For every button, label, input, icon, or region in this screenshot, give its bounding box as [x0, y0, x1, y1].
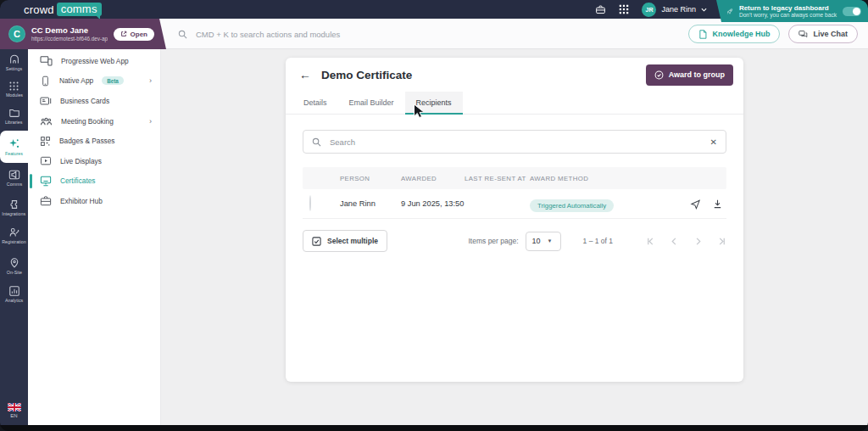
user-name: Jane Rinn: [661, 5, 696, 14]
sidebar-item-exhibitor-hub[interactable]: Exhibitor Hub: [28, 191, 160, 211]
previous-page-icon[interactable]: [670, 237, 679, 246]
briefcase-icon[interactable]: [594, 3, 606, 15]
live-chat-button[interactable]: Live Chat: [788, 25, 858, 43]
sidebar-item-meeting-booking[interactable]: Meeting Booking ›: [28, 111, 160, 132]
tab-details[interactable]: Details: [292, 92, 338, 114]
open-app-button[interactable]: Open: [114, 28, 154, 41]
crowdcomms-logo: crowd comms: [24, 3, 102, 16]
legacy-dashboard-banner[interactable]: Return to legacy dashboard Don't worry, …: [716, 0, 868, 22]
document-icon: [698, 30, 707, 39]
user-menu[interactable]: JR Jane Rinn: [642, 3, 707, 17]
pagination-range: 1 – 1 of 1: [583, 237, 613, 245]
modules-icon: [8, 81, 19, 92]
certificate-card: ← Demo Certificate Award to group Detail…: [286, 58, 743, 382]
analytics-icon: [8, 285, 20, 297]
chevron-down-icon: [701, 8, 707, 12]
features-sidebar: Progressive Web App Native App Beta › Bu…: [28, 49, 161, 425]
primary-nav-rail: Settings Modules Libraries Features Comm…: [0, 49, 28, 425]
sparkles-icon: [8, 137, 20, 150]
legacy-toggle[interactable]: [843, 7, 861, 16]
settings-icon: [8, 53, 20, 65]
registration-icon: [8, 227, 20, 238]
phone-icon: [40, 76, 51, 87]
rail-item-features[interactable]: Features: [0, 131, 28, 163]
next-page-icon[interactable]: [693, 237, 703, 246]
column-award-method: AWARD METHOD: [530, 175, 681, 182]
page-title: Demo Certificate: [321, 69, 412, 81]
external-link-icon: [120, 31, 127, 37]
megaphone-icon: [8, 169, 20, 181]
table-header-row: PERSON AWARDED LAST RE-SENT AT AWARD MET…: [303, 167, 726, 189]
briefcase-icon: [40, 195, 52, 206]
chevron-right-icon: ›: [149, 117, 152, 126]
sidebar-item-native-app[interactable]: Native App Beta ›: [28, 71, 160, 92]
recipient-avatar: [309, 195, 311, 211]
search-icon: [312, 137, 321, 147]
search-icon: [178, 30, 187, 39]
tab-bar: Details Email Builder Recipients: [286, 92, 743, 115]
award-to-group-button[interactable]: Award to group: [646, 64, 733, 86]
clear-search-icon[interactable]: ✕: [710, 137, 717, 147]
knowledge-hub-button[interactable]: Knowledge Hub: [688, 25, 780, 43]
pagination: Items per page: 10 ▼ 1 – 1 of 1: [468, 232, 726, 251]
checkbox-icon: [312, 237, 321, 246]
banner-title: Return to legacy dashboard: [739, 4, 837, 12]
folder-icon: [8, 107, 20, 119]
app-window: crowd comms JR Jane Rinn Return to legac…: [0, 0, 868, 431]
last-page-icon[interactable]: [717, 237, 726, 246]
apps-grid-icon[interactable]: [618, 3, 630, 15]
rail-item-registration[interactable]: Registration: [0, 222, 28, 249]
tab-recipients[interactable]: Recipients: [405, 92, 463, 114]
people-icon: [40, 116, 53, 126]
rail-item-analytics[interactable]: Analytics: [0, 281, 28, 307]
rail-item-settings[interactable]: Settings: [0, 49, 28, 76]
global-search-input[interactable]: [194, 29, 533, 40]
sidebar-item-live-displays[interactable]: Live Displays: [28, 151, 160, 171]
tab-email-builder[interactable]: Email Builder: [338, 92, 405, 114]
app-logo: C: [8, 25, 25, 42]
download-icon[interactable]: [712, 199, 723, 210]
sidebar-item-badges-passes[interactable]: Badges & Passes: [28, 131, 160, 151]
chevron-right-icon: ›: [149, 76, 152, 85]
uk-flag-icon: [8, 403, 21, 411]
banner-subtitle: Don't worry, you can always come back: [739, 12, 837, 19]
language-switcher[interactable]: EN: [0, 403, 28, 418]
rail-item-comms[interactable]: Comms: [0, 165, 28, 191]
global-search: [178, 19, 602, 49]
first-page-icon[interactable]: [646, 237, 655, 246]
table-row[interactable]: Jane Rinn 9 Jun 2025, 13:50 Triggered Au…: [303, 189, 726, 219]
avatar: JR: [642, 3, 656, 17]
recipient-name: Jane Rinn: [340, 199, 401, 208]
recipients-table: PERSON AWARDED LAST RE-SENT AT AWARD MET…: [303, 167, 726, 252]
devices-icon: [40, 55, 53, 66]
certificate-monitor-icon: [40, 176, 52, 187]
items-per-page-label: Items per page:: [468, 237, 518, 245]
rail-item-integrations[interactable]: Integrations: [0, 194, 28, 221]
window-bottom-edge: [0, 425, 868, 431]
back-arrow-icon[interactable]: ←: [299, 69, 311, 81]
app-name: CC Demo Jane: [31, 25, 108, 36]
location-pin-icon: [8, 257, 20, 269]
main-content-area: ← Demo Certificate Award to group Detail…: [161, 49, 868, 425]
select-multiple-button[interactable]: Select multiple: [303, 230, 387, 252]
live-display-icon: [40, 156, 52, 166]
rocket-icon: [726, 6, 733, 17]
recipients-search-input[interactable]: [328, 137, 704, 148]
column-person: PERSON: [340, 175, 401, 182]
rail-item-modules[interactable]: Modules: [0, 76, 28, 102]
sidebar-item-business-cards[interactable]: Business Cards: [28, 91, 160, 111]
recipients-search: ✕: [303, 130, 726, 154]
qr-grid-icon: [40, 136, 51, 147]
puzzle-icon: [8, 199, 20, 210]
awarded-date: 9 Jun 2025, 13:50: [401, 199, 465, 208]
sidebar-item-certificates[interactable]: Certificates: [28, 171, 160, 192]
chat-icon: [798, 30, 808, 39]
items-per-page-select[interactable]: 10 ▼: [526, 232, 561, 251]
rail-item-libraries[interactable]: Libraries: [0, 103, 28, 129]
app-url: https://ccdemotest-bf646.dev-apps.crowdc…: [31, 36, 108, 42]
sidebar-item-progressive-web-app[interactable]: Progressive Web App: [28, 51, 160, 71]
rail-item-on-site[interactable]: On-Site: [0, 253, 28, 279]
award-method-badge: Triggered Automatically: [530, 199, 614, 212]
resend-icon[interactable]: [690, 199, 701, 210]
beta-badge: Beta: [102, 76, 124, 85]
